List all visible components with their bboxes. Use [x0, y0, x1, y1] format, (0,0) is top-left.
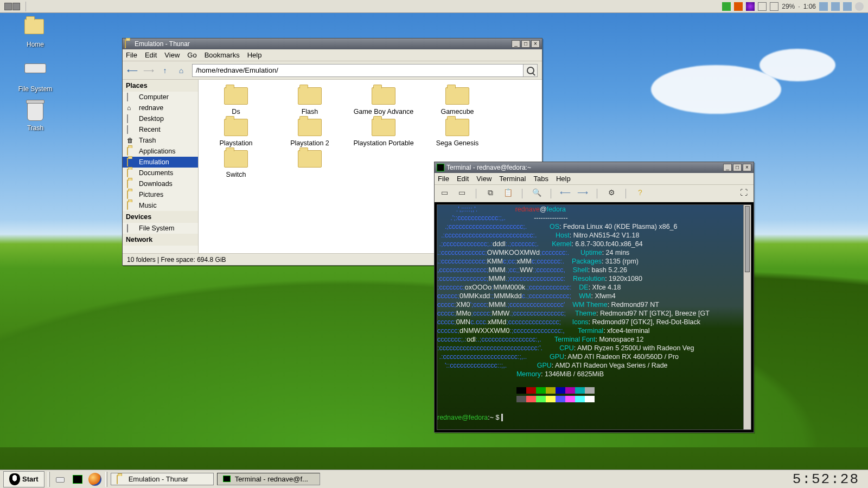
- folder-item[interactable]: Flash: [276, 87, 344, 115]
- clipboard-icon[interactable]: [758, 2, 767, 11]
- back-button[interactable]: ⟵: [127, 65, 138, 76]
- new-window-button[interactable]: ▭: [456, 188, 467, 199]
- start-label: Start: [22, 475, 39, 483]
- places-item[interactable]: Pictures: [123, 189, 198, 200]
- terminal-icon: [73, 475, 82, 484]
- places-label: Pictures: [139, 191, 163, 198]
- window-title: Terminal - rednave@fedora:~: [446, 164, 531, 171]
- folder-item[interactable]: Playstation: [202, 119, 270, 147]
- copy-button[interactable]: ⧉: [485, 188, 496, 199]
- home-icon: ⌂: [127, 104, 136, 112]
- start-button[interactable]: Start: [3, 471, 44, 487]
- folder-item[interactable]: Playstation 2: [276, 119, 344, 147]
- status-text: 10 folders | Free space: 694.8 GiB: [127, 256, 226, 264]
- pf-icon: [127, 147, 136, 155]
- folder-item[interactable]: Sega Genesis: [423, 119, 492, 147]
- menu-view[interactable]: View: [476, 175, 492, 183]
- forward-button[interactable]: ⟶: [143, 65, 154, 76]
- location-input[interactable]: [192, 64, 524, 77]
- search-button[interactable]: [524, 64, 538, 77]
- battery-icon[interactable]: [770, 2, 778, 11]
- places-item[interactable]: Applications: [123, 146, 198, 157]
- tray-icon[interactable]: [855, 2, 864, 11]
- firefox-icon: [88, 473, 101, 486]
- menu-file[interactable]: File: [126, 51, 137, 59]
- places-item[interactable]: Music: [123, 200, 198, 211]
- paste-button[interactable]: 📋: [502, 188, 513, 199]
- menu-help[interactable]: Help: [247, 51, 262, 59]
- prev-button[interactable]: ⟵: [560, 188, 571, 199]
- maximize-button[interactable]: □: [521, 40, 530, 48]
- minimize-button[interactable]: _: [723, 164, 732, 171]
- tray-icon[interactable]: [831, 2, 840, 11]
- search-icon: [527, 67, 534, 74]
- taskbar-clock[interactable]: 5:52:28: [787, 471, 865, 487]
- tray-icon[interactable]: [734, 2, 743, 11]
- new-tab-button[interactable]: ▭: [439, 188, 450, 199]
- help-button[interactable]: ?: [635, 188, 646, 199]
- maximize-button[interactable]: □: [733, 164, 742, 171]
- folder-label: Flash: [302, 108, 318, 115]
- quicklaunch-show-desktop[interactable]: [53, 472, 67, 486]
- task-button[interactable]: Emulation - Thunar: [111, 473, 214, 485]
- places-label: Downloads: [139, 180, 173, 188]
- terminal-titlebar[interactable]: Terminal - rednave@fedora:~ _ □ ×: [435, 162, 754, 173]
- folder-item[interactable]: Switch: [202, 150, 270, 178]
- folder-icon: [24, 19, 44, 34]
- places-label: Computer: [139, 93, 169, 101]
- folder-item[interactable]: Ds: [202, 87, 270, 115]
- devices-item[interactable]: File System: [123, 223, 198, 234]
- places-item[interactable]: Emulation: [123, 157, 198, 168]
- next-button[interactable]: ⟶: [577, 188, 588, 199]
- desktop-icon-home[interactable]: Home: [11, 19, 60, 48]
- scrollbar[interactable]: [743, 205, 751, 429]
- places-item[interactable]: Documents: [123, 168, 198, 178]
- pf-icon: [127, 169, 136, 177]
- close-button[interactable]: ×: [743, 164, 751, 171]
- tray-icon[interactable]: [746, 2, 755, 11]
- close-button[interactable]: ×: [531, 40, 540, 48]
- terminal-output[interactable]: .',;::::;,'. rednave@fedora .';:cccccccc…: [437, 204, 751, 430]
- places-item[interactable]: Desktop: [123, 113, 198, 124]
- up-button[interactable]: ↑: [159, 65, 170, 76]
- tray-icon[interactable]: [722, 2, 731, 11]
- folder-item[interactable]: Game Boy Advance: [349, 87, 418, 115]
- folder-item[interactable]: Playstation Portable: [349, 119, 418, 147]
- menu-bookmarks[interactable]: Bookmarks: [205, 51, 240, 59]
- thunar-titlebar[interactable]: Emulation - Thunar _ □ ×: [123, 38, 542, 49]
- desktop-icon-label: Trash: [27, 124, 43, 132]
- menu-edit[interactable]: Edit: [457, 175, 469, 183]
- desktop-icon-filesystem[interactable]: File System: [11, 58, 60, 93]
- devices-label: File System: [139, 224, 174, 232]
- places-item[interactable]: Recent: [123, 124, 198, 135]
- tray-icon[interactable]: [819, 2, 828, 11]
- menu-edit[interactable]: Edit: [145, 51, 157, 59]
- places-item[interactable]: ⌂rednave: [123, 102, 198, 113]
- menu-go[interactable]: Go: [187, 51, 196, 59]
- tray-icon[interactable]: [843, 2, 852, 11]
- prefs-button[interactable]: ⚙: [606, 188, 617, 199]
- workspace-switcher[interactable]: [4, 3, 20, 10]
- terminal-toolbar: ▭ ▭ ⧉ 📋 🔍 ⟵ ⟶ ⚙ ? ⛶: [435, 185, 754, 202]
- places-item[interactable]: Downloads: [123, 178, 198, 189]
- folder-icon: [125, 40, 132, 48]
- quicklaunch-firefox[interactable]: [88, 472, 102, 486]
- pf-icon: [127, 180, 136, 188]
- menu-file[interactable]: File: [438, 175, 449, 183]
- menu-help[interactable]: Help: [556, 175, 571, 183]
- fullscreen-button[interactable]: ⛶: [738, 188, 749, 199]
- places-item[interactable]: Computer: [123, 92, 198, 102]
- menu-tabs[interactable]: Tabs: [533, 175, 548, 183]
- home-button[interactable]: ⌂: [176, 65, 187, 76]
- panel-time: 1:06: [803, 3, 816, 10]
- places-item[interactable]: 🗑Trash: [123, 135, 198, 146]
- folder-item[interactable]: [276, 150, 344, 178]
- quicklaunch-terminal[interactable]: [71, 472, 85, 486]
- folder-item[interactable]: Gamecube: [423, 87, 492, 115]
- menu-terminal[interactable]: Terminal: [499, 175, 526, 183]
- task-button[interactable]: Terminal - rednave@f...: [217, 473, 320, 485]
- find-button[interactable]: 🔍: [531, 188, 542, 199]
- desktop-icon-trash[interactable]: Trash: [11, 102, 60, 132]
- menu-view[interactable]: View: [164, 51, 180, 59]
- minimize-button[interactable]: _: [512, 40, 520, 48]
